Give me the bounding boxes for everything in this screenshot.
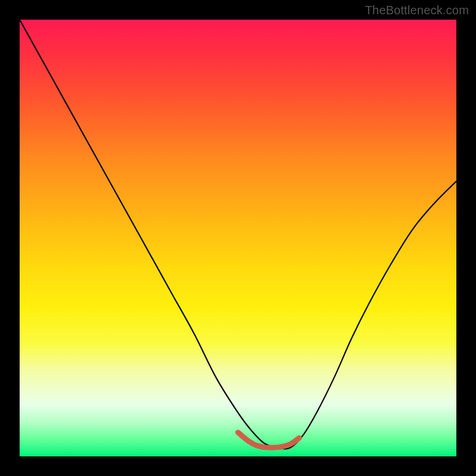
watermark-text: TheBottleneck.com (365, 4, 469, 17)
bottleneck-curve (20, 20, 456, 449)
curve-layer (20, 20, 456, 456)
curve-bottom-highlight (238, 433, 299, 448)
bottleneck-chart: TheBottleneck.com (0, 0, 476, 476)
plot-area (20, 20, 456, 456)
